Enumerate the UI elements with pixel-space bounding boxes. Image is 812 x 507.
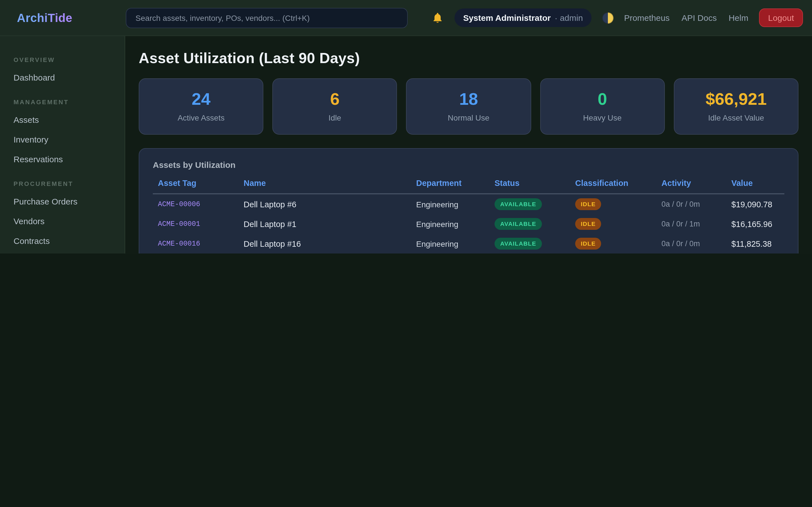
asset-activity: 0a / 0r / 1m <box>661 220 731 228</box>
page-title: Asset Utilization (Last 90 Days) <box>139 50 799 67</box>
column-header-activity: Activity <box>661 179 731 187</box>
asset-value: $19,090.78 <box>731 200 779 209</box>
asset-tag-link[interactable]: ACME-00006 <box>158 200 244 208</box>
theme-moon-icon[interactable] <box>602 12 613 23</box>
table-row[interactable]: ACME-00016Dell Laptop #16EngineeringAVAI… <box>153 234 784 253</box>
search-input[interactable] <box>126 8 408 28</box>
user-badge: System Administrator · admin <box>455 8 592 27</box>
classification-cell: IDLE <box>575 238 661 249</box>
column-header-name: Name <box>244 179 416 187</box>
column-header-status: Status <box>495 179 575 187</box>
page-body: OVERVIEWDashboardMANAGEMENTAssetsInvento… <box>0 36 812 253</box>
asset-tag-link[interactable]: ACME-00016 <box>158 240 244 247</box>
status-badge: AVAILABLE <box>495 218 542 230</box>
asset-department: Engineering <box>416 239 495 248</box>
stat-card-idle-asset-value: $66,921Idle Asset Value <box>674 78 799 135</box>
user-name: System Administrator <box>463 13 551 22</box>
stat-value: $66,921 <box>705 91 767 108</box>
asset-department: Engineering <box>416 219 495 228</box>
asset-department: Engineering <box>416 200 495 209</box>
sidebar-section-management: MANAGEMENT <box>13 99 111 105</box>
asset-activity: 0a / 0r / 0m <box>661 200 731 209</box>
sidebar-item-contracts[interactable]: Contracts <box>0 231 124 251</box>
asset-name: Dell Laptop #6 <box>244 200 416 209</box>
stat-card-idle: 6Idle <box>272 78 397 135</box>
column-header-classification: Classification <box>575 179 661 187</box>
stat-label: Idle Asset Value <box>708 113 764 122</box>
column-header-value: Value <box>731 179 779 187</box>
stat-value: 24 <box>192 91 211 108</box>
column-header-asset-tag: Asset Tag <box>158 179 244 187</box>
sidebar: OVERVIEWDashboardMANAGEMENTAssetsInvento… <box>0 36 125 253</box>
topbar: ArchiTide System Administrator · admin P… <box>0 0 812 36</box>
sidebar-section-overview: OVERVIEW <box>13 56 111 63</box>
stat-card-active-assets: 24Active Assets <box>139 78 263 135</box>
app-root: ArchiTide System Administrator · admin P… <box>0 0 812 253</box>
table-row[interactable]: ACME-00001Dell Laptop #1EngineeringAVAIL… <box>153 214 784 234</box>
status-badge: AVAILABLE <box>495 198 542 210</box>
sidebar-item-purchase-orders[interactable]: Purchase Orders <box>0 191 124 211</box>
table-body: ACME-00006Dell Laptop #6EngineeringAVAIL… <box>153 194 784 253</box>
asset-activity: 0a / 0r / 0m <box>661 239 731 248</box>
classification-badge: IDLE <box>575 198 601 210</box>
status-badge: AVAILABLE <box>495 238 542 249</box>
topbar-link-api-docs[interactable]: API Docs <box>681 13 717 22</box>
stat-label: Idle <box>328 113 341 122</box>
sidebar-item-dashboard[interactable]: Dashboard <box>0 68 124 87</box>
table-row[interactable]: ACME-00006Dell Laptop #6EngineeringAVAIL… <box>153 194 784 214</box>
stat-label: Active Assets <box>177 113 225 122</box>
asset-value: $11,825.38 <box>731 239 779 248</box>
status-cell: AVAILABLE <box>495 238 575 249</box>
classification-cell: IDLE <box>575 218 661 230</box>
topbar-link-prometheus[interactable]: Prometheus <box>624 13 670 22</box>
stat-label: Normal Use <box>448 113 490 122</box>
topbar-actions: System Administrator · admin PrometheusA… <box>432 8 803 27</box>
bell-icon[interactable] <box>432 11 444 24</box>
stat-card-heavy-use: 0Heavy Use <box>540 78 665 135</box>
table-title: Assets by Utilization <box>153 160 784 170</box>
topbar-link-helm[interactable]: Helm <box>728 13 748 22</box>
status-cell: AVAILABLE <box>495 198 575 210</box>
stat-card-normal-use: 18Normal Use <box>406 78 531 135</box>
asset-tag-link[interactable]: ACME-00001 <box>158 220 244 228</box>
stat-value: 0 <box>598 91 607 108</box>
classification-badge: IDLE <box>575 218 601 230</box>
assets-table-card: Assets by Utilization Asset TagNameDepar… <box>139 148 799 253</box>
table-header-row: Asset TagNameDepartmentStatusClassificat… <box>153 179 784 194</box>
user-role: · admin <box>555 13 583 22</box>
stat-value: 6 <box>330 91 340 108</box>
topbar-links: PrometheusAPI DocsHelm <box>624 13 748 22</box>
sidebar-item-reservations[interactable]: Reservations <box>0 149 124 169</box>
stat-cards: 24Active Assets6Idle18Normal Use0Heavy U… <box>139 78 799 135</box>
classification-badge: IDLE <box>575 238 601 249</box>
sidebar-item-assets[interactable]: Assets <box>0 110 124 129</box>
brand-logo: ArchiTide <box>17 11 72 24</box>
status-cell: AVAILABLE <box>495 218 575 230</box>
asset-value: $16,165.96 <box>731 219 779 228</box>
classification-cell: IDLE <box>575 198 661 210</box>
stat-label: Heavy Use <box>583 113 622 122</box>
column-header-department: Department <box>416 179 495 187</box>
logout-button[interactable]: Logout <box>759 8 803 27</box>
sidebar-item-vendors[interactable]: Vendors <box>0 211 124 231</box>
sidebar-section-procurement: PROCUREMENT <box>13 180 111 187</box>
stat-value: 18 <box>459 91 478 108</box>
sidebar-item-inventory[interactable]: Inventory <box>0 129 124 149</box>
asset-name: Dell Laptop #16 <box>244 239 416 248</box>
main-content: Asset Utilization (Last 90 Days) 24Activ… <box>125 36 812 253</box>
asset-name: Dell Laptop #1 <box>244 219 416 228</box>
